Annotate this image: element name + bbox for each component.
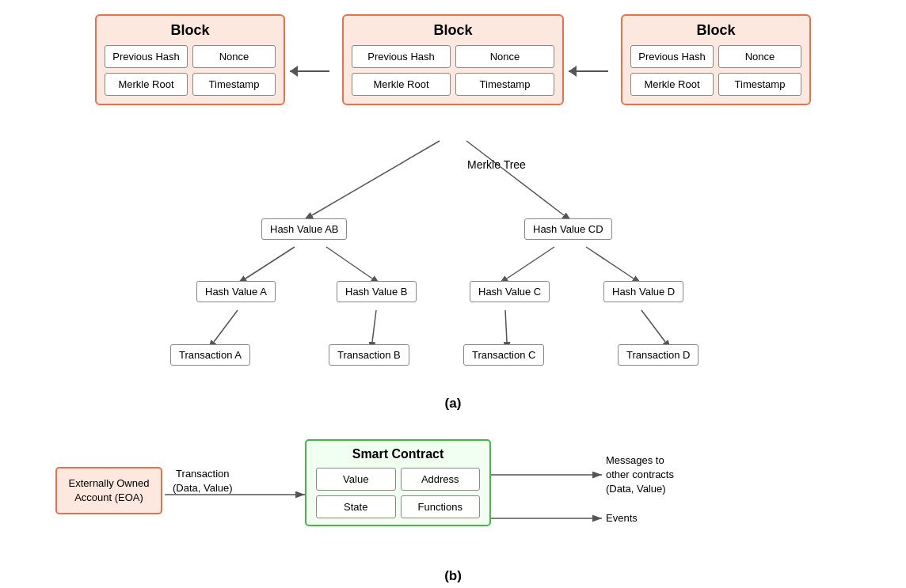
block-right-field-3: Timestamp [718,73,801,96]
svg-line-6 [586,247,634,279]
eoa-title: Externally OwnedAccount (EOA) [69,477,150,503]
svg-line-3 [246,247,295,279]
smart-contract-box: Smart Contract Value Address State Funct… [305,439,491,526]
hash-b-node: Hash Value B [337,281,417,302]
block-right-field-2: Merkle Root [630,73,714,96]
diagram-container: Block Previous Hash Nonce Merkle Root Ti… [0,0,906,588]
svg-line-4 [326,247,372,279]
hash-cd-node: Hash Value CD [524,218,612,240]
block-center-field-2: Merkle Root [352,73,451,96]
block-center: Block Previous Hash Nonce Merkle Root Ti… [342,14,564,105]
merkle-tree-label: Merkle Tree [467,158,526,171]
sc-fields: Value Address State Functions [316,468,480,518]
hash-d-node: Hash Value D [603,281,683,302]
sc-field-address: Address [401,468,481,491]
block-left-field-0: Previous Hash [105,45,188,68]
block-right-field-1: Nonce [718,45,801,68]
block-right: Block Previous Hash Nonce Merkle Root Ti… [621,14,811,105]
svg-line-2 [466,141,564,215]
sc-title: Smart Contract [316,447,480,461]
block-left: Block Previous Hash Nonce Merkle Root Ti… [95,14,285,105]
messages-label: Messages toother contracts(Data, Value) [606,453,674,497]
svg-line-5 [507,247,554,279]
label-a: (a) [445,396,462,412]
hash-ab-node: Hash Value AB [261,218,347,240]
blocks-row: Block Previous Hash Nonce Merkle Root Ti… [0,14,906,105]
transaction-label: Transaction(Data, Value) [173,467,233,495]
arrow-center-to-left [285,63,342,79]
svg-line-10 [641,310,665,342]
sc-field-state: State [316,495,396,518]
block-center-field-3: Timestamp [455,73,554,96]
block-center-fields: Previous Hash Nonce Merkle Root Timestam… [352,45,554,96]
arrow-right-icon [569,63,616,79]
hash-a-node: Hash Value A [196,281,276,302]
block-left-title: Block [105,22,276,39]
block-center-title: Block [352,22,554,39]
block-left-fields: Previous Hash Nonce Merkle Root Timestam… [105,45,276,96]
arrow-right-to-center [564,63,621,79]
block-right-fields: Previous Hash Nonce Merkle Root Timestam… [630,45,801,96]
block-left-field-2: Merkle Root [105,73,188,96]
block-left-field-1: Nonce [192,45,276,68]
block-center-field-0: Previous Hash [352,45,451,68]
tx-d-node: Transaction D [618,344,699,366]
part-b-container: Externally OwnedAccount (EOA) Transactio… [0,423,906,588]
eoa-box: Externally OwnedAccount (EOA) [55,467,162,514]
block-left-field-3: Timestamp [192,73,276,96]
svg-line-7 [214,310,238,342]
label-b: (b) [444,568,462,584]
sc-field-value: Value [316,468,396,491]
arrow-left-icon [290,63,337,79]
block-right-field-0: Previous Hash [630,45,714,68]
events-label: Events [606,512,638,524]
tx-b-node: Transaction B [329,344,409,366]
block-center-field-1: Nonce [455,45,554,68]
svg-line-1 [312,141,440,215]
hash-c-node: Hash Value C [470,281,550,302]
svg-line-8 [372,310,376,342]
tx-a-node: Transaction A [170,344,250,366]
tx-c-node: Transaction C [463,344,544,366]
svg-line-9 [505,310,507,342]
block-right-title: Block [630,22,801,39]
sc-field-functions: Functions [401,495,481,518]
